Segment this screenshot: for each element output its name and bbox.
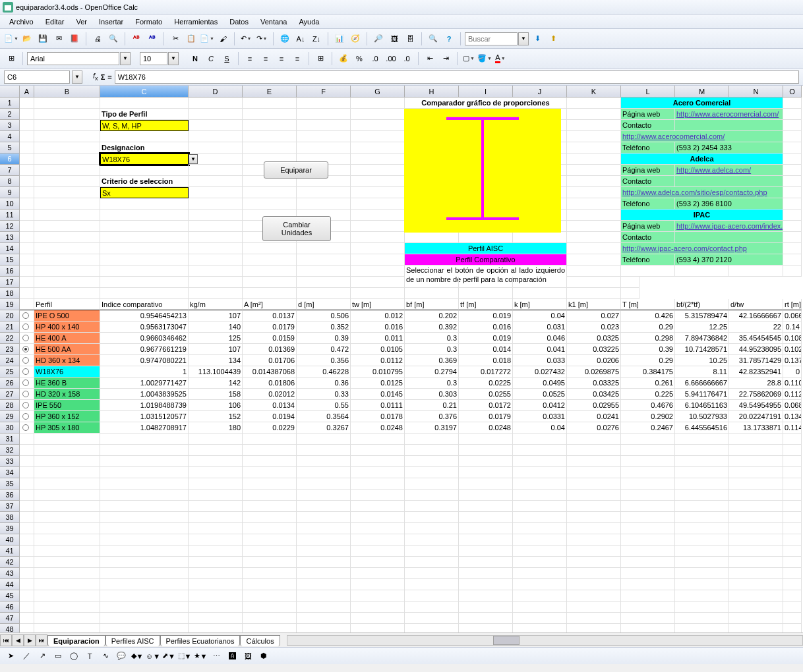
row-header[interactable]: 6	[0, 154, 20, 165]
profile-val[interactable]: 0.016	[351, 322, 405, 333]
print-icon[interactable]: 🖨	[90, 32, 105, 46]
col-header-D[interactable]: D	[189, 86, 243, 98]
profile-val[interactable]: 22	[729, 322, 783, 333]
profile-val[interactable]: 44.95238095	[729, 344, 783, 355]
profile-val[interactable]: 142	[189, 378, 243, 389]
profile-val[interactable]: 0.012	[351, 310, 405, 322]
extrusion-icon[interactable]: ⬢	[257, 650, 270, 663]
row-header[interactable]: 48	[0, 624, 20, 632]
underline-icon[interactable]: S	[220, 51, 234, 66]
align-justify-icon[interactable]: ≡	[290, 51, 305, 66]
profile-val[interactable]: 0.2902	[621, 411, 675, 422]
profile-val[interactable]: 35.45454545	[729, 333, 783, 344]
row-header[interactable]: 11	[0, 210, 20, 221]
profile-val[interactable]: 0.108	[783, 333, 802, 344]
profile-val[interactable]: 0.137	[783, 355, 802, 366]
row-header[interactable]: 36	[0, 490, 20, 501]
col-header-E[interactable]: E	[243, 86, 297, 98]
fontcolor-icon[interactable]: A▼	[493, 51, 508, 66]
row-header[interactable]: 44	[0, 579, 20, 590]
profile-val[interactable]: 0.03425	[567, 389, 621, 400]
profile-val[interactable]: 0.29	[621, 322, 675, 333]
currency-icon[interactable]: 💰	[336, 51, 351, 66]
italic-icon[interactable]: C	[204, 51, 218, 66]
profile-val[interactable]: 49.54954955	[729, 400, 783, 411]
col-header-O[interactable]: O	[783, 86, 802, 98]
profile-val[interactable]: 12.25	[675, 322, 729, 333]
flowchart-icon[interactable]: ⬚▼	[178, 650, 191, 663]
profile-name[interactable]: HD 360 x 134	[34, 355, 100, 366]
profile-val[interactable]: 0.0495	[513, 378, 567, 389]
profile-val[interactable]: 125	[189, 333, 243, 344]
profile-radio[interactable]	[20, 322, 34, 333]
profile-val[interactable]: 0.298	[621, 333, 675, 344]
new-doc-icon[interactable]: 📄▼	[4, 32, 18, 46]
profile-val[interactable]: 1.0043839525	[100, 389, 189, 400]
vendor-0-web[interactable]: http://www.acerocomercial.com/	[675, 109, 783, 120]
profile-val[interactable]: 5.941176471	[675, 389, 729, 400]
profile-val[interactable]: 0.02012	[243, 389, 297, 400]
profile-val[interactable]: 0.9563173047	[100, 322, 189, 333]
copy-icon[interactable]: 📋	[184, 32, 198, 46]
profile-val[interactable]: 0.0276	[567, 422, 621, 434]
align-center-icon[interactable]: ≡	[258, 51, 273, 66]
spreadsheet-grid[interactable]: ABCDEFGHIJKLMNO 1Comparador gráfico de p…	[0, 86, 803, 632]
profile-val[interactable]: 42.82352941	[729, 366, 783, 378]
profile-val[interactable]: 0.0331	[513, 411, 567, 422]
profile-val[interactable]: 7.894736842	[675, 333, 729, 344]
points-icon[interactable]: ⋯	[210, 650, 223, 663]
profile-val[interactable]: 107	[189, 344, 243, 355]
open-icon[interactable]: 📂	[20, 32, 34, 46]
row-header[interactable]: 2	[0, 109, 20, 120]
formula-input[interactable]: W18X76	[115, 70, 799, 84]
profile-val[interactable]: 0.068	[783, 400, 802, 411]
row-header[interactable]: 25	[0, 366, 20, 378]
bgcolor-icon[interactable]: 🪣▼	[477, 51, 492, 66]
profile-val[interactable]: 0.112	[783, 389, 802, 400]
profile-val[interactable]: 0.0225	[459, 378, 513, 389]
profile-val[interactable]: 0.0206	[567, 355, 621, 366]
profile-val[interactable]: 0.369	[405, 355, 459, 366]
sheet-prev-icon[interactable]: ◀	[12, 634, 24, 646]
comparador-title[interactable]: Comparador gráfico de proporciones	[405, 98, 567, 109]
profile-radio[interactable]	[20, 411, 34, 422]
profile-val[interactable]: 0.0134	[243, 400, 297, 411]
profile-val[interactable]: 28.8	[729, 378, 783, 389]
profile-val[interactable]: 0.225	[621, 389, 675, 400]
profile-val[interactable]: 0.0229	[243, 422, 297, 434]
profile-name[interactable]: IPE 550	[34, 400, 100, 411]
profile-val[interactable]: 0.110	[783, 378, 802, 389]
search-up-icon[interactable]: ⬆	[546, 32, 560, 46]
arrows-icon[interactable]: ⬈▼	[162, 650, 175, 663]
text-icon[interactable]: T	[83, 650, 96, 663]
fx-icon[interactable]: fx	[93, 72, 98, 82]
profile-val[interactable]: 0.46228	[297, 366, 351, 378]
row-header[interactable]: 34	[0, 467, 20, 478]
remove-decimal-icon[interactable]: .0	[400, 51, 414, 66]
col-header-L[interactable]: L	[621, 86, 675, 98]
col-header-M[interactable]: M	[675, 86, 729, 98]
redo-icon[interactable]: ↷▼	[254, 32, 269, 46]
row-header[interactable]: 45	[0, 590, 20, 602]
row-header[interactable]: 17	[0, 277, 20, 288]
find-icon[interactable]: 🔎	[371, 32, 386, 46]
pointer-icon[interactable]: ➤	[4, 650, 17, 663]
font-name-arrow[interactable]: ▼	[120, 52, 131, 65]
profile-val[interactable]: 0.384175	[621, 366, 675, 378]
row-header[interactable]: 38	[0, 512, 20, 523]
profile-val[interactable]: 0.0178	[351, 411, 405, 422]
profile-val[interactable]: 0.041	[513, 344, 567, 355]
indent-dec-icon[interactable]: ⇤	[423, 51, 437, 66]
row-header[interactable]: 13	[0, 232, 20, 243]
profile-radio[interactable]	[20, 400, 34, 411]
profile-val[interactable]: 0.03225	[567, 344, 621, 355]
profile-val[interactable]: 0.017272	[459, 366, 513, 378]
col-header-C[interactable]: C	[100, 86, 189, 98]
value-designacion[interactable]: W18X76	[100, 154, 189, 165]
profile-name[interactable]: HP 400 x 140	[34, 322, 100, 333]
profile-val[interactable]: 0.04	[513, 422, 567, 434]
profile-val[interactable]: 0.0137	[243, 310, 297, 322]
col-header-J[interactable]: J	[513, 86, 567, 98]
profile-val[interactable]: 0.0111	[351, 400, 405, 411]
profile-val[interactable]: 0.031	[513, 322, 567, 333]
